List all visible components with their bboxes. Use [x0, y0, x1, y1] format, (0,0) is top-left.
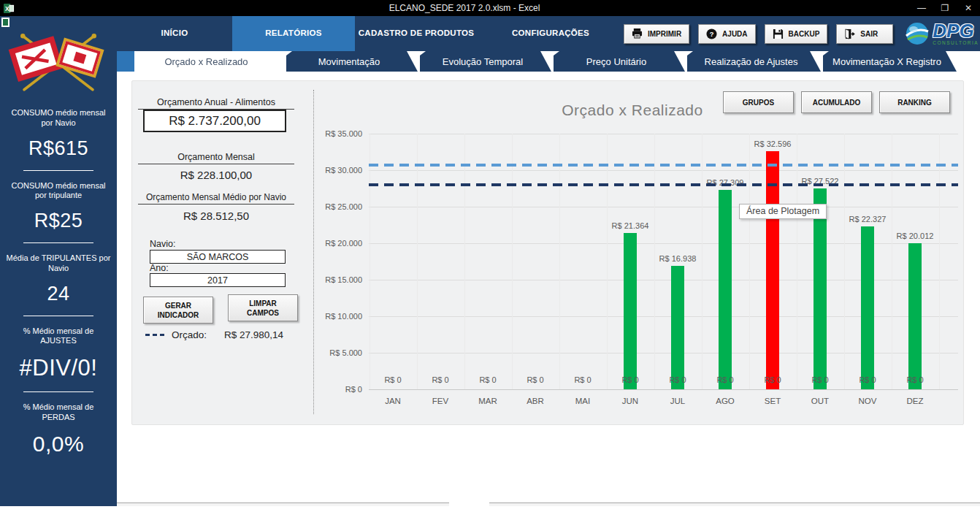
orcado-legend: Orçado: R$ 27.980,14: [145, 329, 283, 340]
sair-button[interactable]: SAIR: [836, 24, 893, 44]
y-axis-tick-label: R$ 10.000: [318, 312, 362, 321]
globe-icon: [905, 21, 930, 46]
button-label: BACKUP: [789, 30, 820, 38]
annual-budget-label: Orçamento Anual - Alimentos: [138, 97, 294, 110]
year-label: Ano:: [150, 263, 169, 273]
zero-value-label: R$ 0: [612, 375, 648, 384]
ship-input[interactable]: [150, 250, 286, 264]
gridline: [369, 207, 958, 207]
per-ship-budget-value: R$ 28.512,50: [138, 210, 294, 222]
zero-value-label: R$ 0: [897, 375, 933, 384]
x-axis-label-fev: FEV: [418, 397, 462, 405]
report-content: Orçamento Anual - Alimentos Orçamento Me…: [117, 73, 980, 500]
limpar-campos-button[interactable]: LIMPAR CAMPOS: [228, 294, 298, 321]
kpi-label: % Médio mensal de AJUSTES: [6, 326, 111, 347]
legend-label: Orçado:: [172, 329, 207, 340]
gridline-vertical: [559, 134, 560, 389]
chart-bar-jun[interactable]: [624, 233, 637, 389]
subtab-evolucao-temporal[interactable]: Evolução Temporal: [420, 51, 551, 72]
excel-icon: X: [4, 3, 15, 14]
bar-value-label: R$ 16.938: [647, 254, 708, 263]
button-label: SAIR: [860, 30, 878, 38]
svg-text:X: X: [5, 4, 9, 12]
year-input[interactable]: [150, 273, 286, 287]
ship-label: Navio:: [150, 239, 175, 249]
sidebar: CONSUMO médio mensal por Navio R$615 CON…: [0, 16, 117, 506]
imprimir-button[interactable]: IMPRIMIR: [624, 24, 689, 44]
legend-value: R$ 27.980,14: [224, 329, 283, 340]
y-axis-tick-label: R$ 25.000: [318, 202, 362, 211]
svg-text:?: ?: [710, 30, 714, 37]
close-button[interactable]: ✕: [957, 3, 980, 13]
kpi-consumo-tripulante: CONSUMO médio mensal por tripulante R$25: [0, 181, 117, 244]
subtab-movimentacao-x-registro[interactable]: Movimentação X Registro: [823, 51, 957, 72]
kpi-label: CONSUMO médio mensal por tripulante: [6, 181, 111, 202]
chart-bar-ago[interactable]: [719, 190, 732, 389]
gerar-indicador-button[interactable]: GERAR INDICADOR: [143, 297, 213, 324]
bar-value-label: R$ 20.012: [884, 232, 946, 240]
minimize-button[interactable]: —: [910, 3, 933, 13]
subtab-orcado-x-realizado[interactable]: Orçado x Realizado: [134, 51, 284, 72]
kpi-consumo-navio: CONSUMO médio mensal por Navio R$615: [0, 108, 117, 171]
top-navbar: INÍCIO RELATÓRIOS CADASTRO DE PRODUTOS C…: [117, 16, 980, 51]
dashed-line-swatch: [145, 334, 164, 336]
gridline-vertical: [749, 134, 750, 389]
help-icon: ?: [706, 28, 717, 39]
x-axis-label-mai: MAI: [561, 397, 605, 405]
horizontal-scrollbar[interactable]: [117, 500, 980, 506]
chart-bar-jul[interactable]: [671, 266, 684, 389]
bar-value-label: R$ 21.364: [600, 221, 661, 230]
annual-budget-field[interactable]: [143, 110, 286, 132]
kpi-value: #DIV/0!: [6, 355, 111, 381]
chart-bar-nov[interactable]: [861, 226, 874, 389]
kpi-label: % Médio mensal de PERDAS: [6, 402, 111, 423]
zero-value-label: R$ 0: [470, 375, 506, 384]
x-axis-label-set: SET: [751, 397, 795, 405]
gridline: [369, 134, 958, 134]
x-axis-label-abr: ABR: [513, 397, 557, 405]
gridline-vertical: [370, 134, 370, 389]
backup-button[interactable]: BACKUP: [765, 24, 828, 44]
logo-subtext: CONSULTORIA: [933, 41, 979, 46]
chart-bar-dez[interactable]: [908, 243, 922, 389]
orcado-x-realizado-chart: Orçado x Realizado R$ 0R$ 5.000R$ 10.000…: [318, 87, 961, 423]
subtab-preco-unitario[interactable]: Preço Unitário: [554, 51, 685, 72]
button-label: AJUDA: [722, 30, 747, 38]
ajuda-button[interactable]: ? AJUDA: [698, 24, 755, 44]
y-axis-tick-label: R$ 35.000: [318, 129, 362, 138]
kpi-label: CONSUMO médio mensal por Navio: [6, 108, 111, 129]
subtab-movimentacao[interactable]: Movimentação: [286, 51, 418, 72]
tab-relatorios[interactable]: RELATÓRIOS: [232, 16, 355, 51]
report-subtabs: Orçado x Realizado Movimentação Evolução…: [117, 51, 980, 73]
gridline-vertical: [512, 134, 513, 389]
zero-value-label: R$ 0: [517, 375, 554, 384]
x-axis-label-jun: JUN: [608, 397, 652, 405]
tab-cadastro-produtos[interactable]: CADASTRO DE PRODUTOS: [355, 16, 478, 51]
kpi-ajustes: % Médio mensal de AJUSTES #DIV/0!: [0, 326, 117, 393]
scrollbar-track[interactable]: [489, 503, 980, 506]
chart-bar-set[interactable]: [766, 151, 779, 389]
gridline: [369, 170, 958, 171]
restore-button[interactable]: ❐: [933, 3, 957, 13]
kpi-perdas: % Médio mensal de PERDAS 0,0%: [0, 402, 117, 456]
subtab-realizacao-de-ajustes[interactable]: Realização de Ajustes: [687, 51, 821, 72]
tab-inicio[interactable]: INÍCIO: [117, 16, 232, 51]
y-axis-tick-label: R$ 15.000: [318, 275, 362, 284]
printer-icon: [632, 28, 643, 39]
dashboard-panel: Orçamento Anual - Alimentos Orçamento Me…: [131, 80, 964, 425]
plot-area[interactable]: R$ 0R$ 5.000R$ 10.000R$ 15.000R$ 20.000R…: [318, 87, 961, 423]
crossed-flags-logo: [8, 28, 109, 98]
scrollbar-track[interactable]: [117, 503, 449, 506]
bar-value-label: R$ 22.327: [837, 215, 898, 223]
kpi-value: 24: [6, 283, 111, 305]
x-axis-label-jul: JUL: [656, 397, 700, 405]
divider: [23, 170, 93, 171]
reference-line-orcado: [369, 183, 958, 186]
tab-configuracoes[interactable]: CONFIGURAÇÕES: [478, 16, 624, 51]
app-window: CONSUMO médio mensal por Navio R$615 CON…: [0, 16, 980, 506]
save-icon: [773, 28, 784, 39]
monthly-budget-value: R$ 228.100,00: [138, 169, 294, 181]
window-title: ELCANO_SEDE 2017 2.0.xlsm - Excel: [19, 3, 910, 13]
x-axis-label-ago: AGO: [703, 397, 747, 405]
gridline: [369, 389, 958, 390]
